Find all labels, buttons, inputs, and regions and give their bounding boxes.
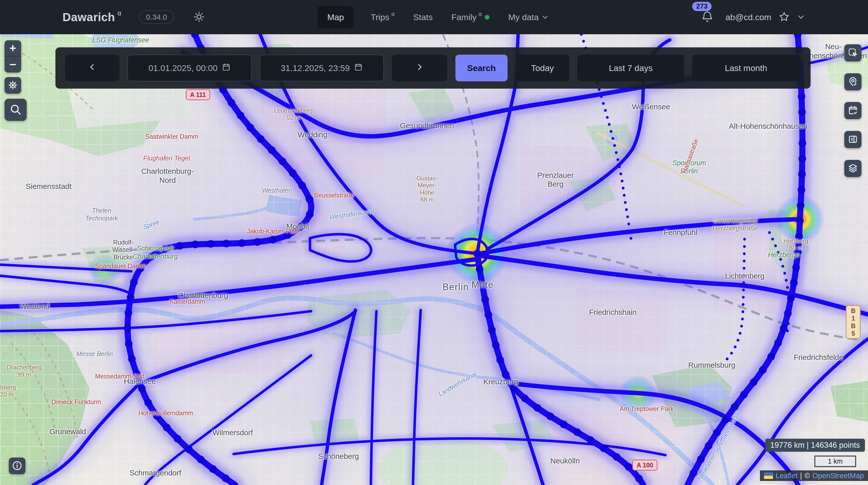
alpha-superscript: α: [392, 11, 395, 18]
calendar-select-button[interactable]: [844, 102, 862, 119]
brand[interactable]: Dawarich α: [62, 10, 121, 24]
layers-icon: [847, 163, 858, 174]
start-date-input[interactable]: 01.01.2025, 00:00: [127, 55, 252, 81]
navbar-right: 273 ab@cd.com: [701, 10, 868, 24]
visited-places-button[interactable]: [844, 73, 862, 90]
panel-toggle-button[interactable]: [844, 131, 862, 148]
map-attribution: Leaflet | © OpenStreetMap: [760, 471, 868, 481]
favorites-button[interactable]: [778, 11, 790, 24]
alpha-superscript: α: [118, 9, 121, 17]
search-button[interactable]: Search: [456, 55, 507, 81]
map-scale-bar: 1 km: [814, 456, 856, 467]
map-info-button[interactable]: [9, 458, 26, 474]
theme-toggle-button[interactable]: [192, 11, 206, 24]
online-status-dot: [485, 15, 490, 20]
calendar-check-icon: [847, 105, 858, 116]
user-menu-button[interactable]: [797, 13, 805, 22]
select-area-icon: [847, 47, 858, 59]
chevron-left-icon: [88, 63, 96, 73]
layers-button[interactable]: [844, 160, 862, 177]
end-date-input[interactable]: 31.12.2025, 23:59: [260, 55, 384, 81]
info-icon: [11, 460, 23, 472]
openstreetmap-link[interactable]: OpenStreetMap: [812, 472, 864, 480]
last-7-days-button[interactable]: Last 7 days: [577, 55, 684, 81]
nav-dropdown-my-data[interactable]: My data: [506, 9, 551, 25]
leaflet-link[interactable]: Leaflet: [776, 472, 798, 480]
ukraine-flag-icon: [764, 473, 773, 479]
notification-count-badge: 273: [692, 2, 712, 11]
date-toolbar: 01.01.2025, 00:00 31.12.2025, 23:59 Sear…: [55, 47, 811, 89]
zoom-out-button[interactable]: −: [4, 56, 21, 72]
gear-icon: [7, 80, 18, 91]
zoom-in-button[interactable]: +: [4, 40, 21, 56]
star-icon: [778, 11, 790, 24]
map-pin-check-icon: [847, 76, 858, 88]
map-search-button[interactable]: [4, 99, 27, 121]
top-navbar: Dawarich α 0.34.0 Map Trips α Stats: [0, 0, 868, 34]
app-logo: Dawarich: [62, 10, 115, 24]
calendar-icon: [222, 62, 231, 73]
chevron-down-icon: [542, 13, 549, 21]
map-settings-button[interactable]: [4, 77, 21, 94]
user-email: ab@cd.com: [725, 12, 771, 22]
nav-tab-trips[interactable]: Trips α: [369, 9, 397, 25]
zoom-control: + −: [4, 40, 21, 72]
version-badge: 0.34.0: [139, 10, 174, 24]
bell-icon: [701, 10, 714, 24]
next-period-button[interactable]: [392, 55, 447, 81]
nav-tab-family[interactable]: Family α: [450, 9, 492, 25]
chevron-right-icon: [415, 63, 424, 73]
main-nav: Map Trips α Stats Family α My data: [317, 0, 551, 34]
sun-icon: [193, 11, 205, 24]
search-icon: [9, 103, 22, 117]
nav-tab-stats[interactable]: Stats: [411, 9, 434, 25]
distance-points-stats: 19776 km | 146346 points: [765, 439, 865, 452]
last-month-button[interactable]: Last month: [692, 55, 800, 81]
alpha-superscript: α: [478, 11, 482, 18]
calendar-icon: [354, 62, 363, 73]
prev-period-button[interactable]: [65, 55, 119, 81]
chevron-down-icon: [797, 13, 805, 22]
today-button[interactable]: Today: [516, 55, 569, 81]
nav-tab-map[interactable]: Map: [317, 6, 354, 29]
notifications-button[interactable]: 273: [701, 10, 714, 24]
app-window: LSG FlughafenseeNeu-HohenschönhausenWeiß…: [0, 0, 868, 485]
sidebar-collapse-icon: [847, 134, 858, 145]
area-select-tool-button[interactable]: [844, 44, 862, 61]
